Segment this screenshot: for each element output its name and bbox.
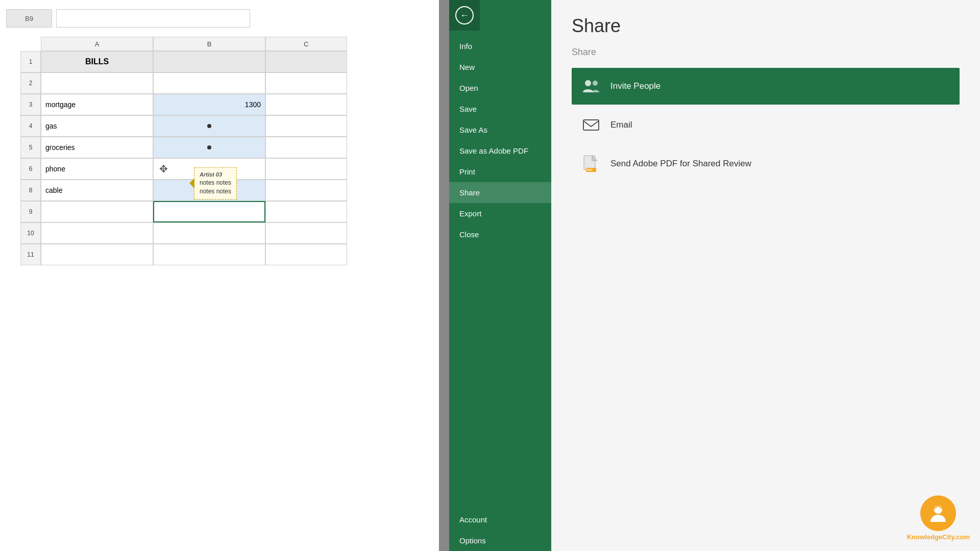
panel-subtitle: Share xyxy=(572,47,960,58)
cell-a2[interactable] xyxy=(41,72,153,94)
svg-point-0 xyxy=(585,80,591,86)
cell-b9[interactable] xyxy=(153,201,265,222)
cell-a6[interactable]: phone ✥ xyxy=(41,158,153,180)
row-number: 5 xyxy=(20,137,41,158)
vertical-divider xyxy=(439,0,449,551)
cell-dot xyxy=(207,124,211,128)
menu-item-save[interactable]: Save xyxy=(449,98,551,119)
menu-item-options[interactable]: Options xyxy=(449,530,551,551)
menu-item-share[interactable]: Share xyxy=(449,182,551,203)
column-headers: A B C xyxy=(41,37,439,51)
cell-c8[interactable] xyxy=(265,180,347,201)
menu-item-info[interactable]: Info xyxy=(449,36,551,57)
cell-a4[interactable]: gas xyxy=(41,115,153,137)
formula-bar: B9 xyxy=(0,5,439,32)
col-header-a: A xyxy=(41,37,153,51)
watermark-text: KnowledgeCity.com xyxy=(907,533,970,541)
table-row: 4 gas xyxy=(20,115,439,137)
cell-c10[interactable] xyxy=(265,222,347,244)
table-row: 10 xyxy=(20,222,439,244)
svg-point-1 xyxy=(593,81,598,86)
row-number: 4 xyxy=(20,115,41,137)
cell-a10[interactable] xyxy=(41,222,153,244)
cell-a3[interactable]: mortgage xyxy=(41,94,153,115)
cell-a8[interactable]: cable xyxy=(41,180,153,201)
row-number: 9 xyxy=(20,201,41,222)
cell-b1[interactable] xyxy=(153,51,265,72)
cell-a9[interactable] xyxy=(41,201,153,222)
comment-tooltip: Artist 03 notes notesnotes notes xyxy=(194,167,237,199)
cell-b3[interactable]: 1300 xyxy=(153,94,265,115)
name-box[interactable]: B9 xyxy=(6,9,52,28)
cell-a11[interactable] xyxy=(41,244,153,265)
comment-text: notes notesnotes notes xyxy=(200,179,231,196)
row-number: 1 xyxy=(20,51,41,72)
email-icon xyxy=(580,114,602,136)
share-option-adobe[interactable]: PDF Send Adobe PDF for Shared Review xyxy=(572,145,960,182)
row-number: 10 xyxy=(20,222,41,244)
invite-people-label: Invite People xyxy=(610,81,660,91)
share-option-email[interactable]: Email xyxy=(572,107,960,143)
spreadsheet-area: B9 A B C 1 BILLS 2 xyxy=(0,0,439,551)
email-label: Email xyxy=(610,120,632,130)
formula-input[interactable] xyxy=(56,9,250,28)
cell-c9[interactable] xyxy=(265,201,347,222)
menu-spacer xyxy=(449,245,551,509)
table-row: 2 xyxy=(20,72,439,94)
cell-c11[interactable] xyxy=(265,244,347,265)
backstage-menu: ← Info New Open Save Save As Save as Ado… xyxy=(449,0,551,551)
row-number: 3 xyxy=(20,94,41,115)
menu-item-new[interactable]: New xyxy=(449,57,551,78)
menu-item-close[interactable]: Close xyxy=(449,224,551,245)
cell-b11[interactable] xyxy=(153,244,265,265)
cell-dot xyxy=(207,145,211,149)
cell-a1[interactable]: BILLS xyxy=(41,51,153,72)
grid-rows: 1 BILLS 2 3 mortgage 1300 4 xyxy=(20,51,439,265)
invite-people-icon xyxy=(580,75,602,97)
svg-rect-2 xyxy=(583,120,599,130)
row-number: 11 xyxy=(20,244,41,265)
share-panel: Share Share Invite People Email xyxy=(551,0,980,551)
table-row: 11 xyxy=(20,244,439,265)
cell-c5[interactable] xyxy=(265,137,347,158)
cell-b10[interactable] xyxy=(153,222,265,244)
back-arrow-icon: ← xyxy=(455,6,474,24)
table-row: 1 BILLS xyxy=(20,51,439,72)
spreadsheet-grid: A B C 1 BILLS 2 3 mortgage xyxy=(20,37,439,265)
watermark: KnowledgeCity.com xyxy=(907,495,970,541)
share-option-invite[interactable]: Invite People xyxy=(572,68,960,105)
row-number: 2 xyxy=(20,72,41,94)
adobe-pdf-icon: PDF xyxy=(580,153,602,175)
menu-item-saveas[interactable]: Save As xyxy=(449,119,551,140)
move-cursor-icon: ✥ xyxy=(159,163,168,175)
cell-c1[interactable] xyxy=(265,51,347,72)
table-row: 9 xyxy=(20,201,439,222)
cell-b2[interactable] xyxy=(153,72,265,94)
cell-b4[interactable] xyxy=(153,115,265,137)
watermark-logo xyxy=(920,495,956,531)
col-header-c: C xyxy=(265,37,347,51)
svg-point-6 xyxy=(934,506,942,514)
menu-item-export[interactable]: Export xyxy=(449,203,551,224)
adobe-pdf-label: Send Adobe PDF for Shared Review xyxy=(610,159,751,169)
back-button[interactable]: ← xyxy=(449,0,480,31)
comment-author: Artist 03 xyxy=(200,171,231,179)
table-row: 3 mortgage 1300 xyxy=(20,94,439,115)
panel-title: Share xyxy=(572,15,960,37)
table-row: 5 groceries xyxy=(20,137,439,158)
row-number: 8 xyxy=(20,180,41,201)
menu-item-open[interactable]: Open xyxy=(449,78,551,98)
cell-c6[interactable] xyxy=(265,158,347,180)
menu-item-print[interactable]: Print xyxy=(449,161,551,182)
svg-text:PDF: PDF xyxy=(586,168,593,171)
cell-c3[interactable] xyxy=(265,94,347,115)
menu-item-save-adobe[interactable]: Save as Adobe PDF xyxy=(449,140,551,161)
menu-item-account[interactable]: Account xyxy=(449,509,551,530)
col-header-b: B xyxy=(153,37,265,51)
row-number: 6 xyxy=(20,158,41,180)
cell-c4[interactable] xyxy=(265,115,347,137)
cell-c2[interactable] xyxy=(265,72,347,94)
cell-a5[interactable]: groceries xyxy=(41,137,153,158)
cell-b5[interactable] xyxy=(153,137,265,158)
